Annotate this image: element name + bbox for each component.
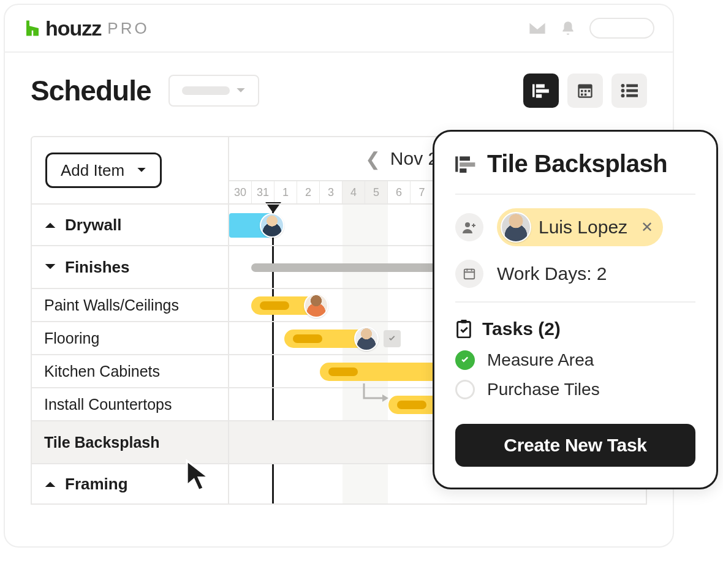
svg-rect-0 bbox=[532, 85, 535, 97]
task-label: Purchase Tiles bbox=[487, 380, 600, 399]
create-new-task-button[interactable]: Create New Task bbox=[455, 424, 695, 467]
day-cell: 6 bbox=[388, 181, 411, 203]
svg-rect-20 bbox=[460, 168, 466, 173]
assignee-avatar bbox=[501, 212, 531, 243]
svg-rect-24 bbox=[461, 320, 466, 323]
add-item-button[interactable]: Add Item bbox=[45, 153, 162, 188]
task-detail-panel: Tile Backsplash Luis Lopez ✕ Work Days: … bbox=[433, 130, 718, 489]
add-item-label: Add Item bbox=[61, 161, 124, 180]
work-days-row: Work Days: 2 bbox=[455, 260, 695, 288]
page-title: Schedule bbox=[31, 74, 151, 107]
task-checklist-icon[interactable] bbox=[384, 330, 401, 347]
task-label: Measure Area bbox=[487, 350, 594, 370]
task-row-kitchen-cabinets[interactable]: Kitchen Cabinets bbox=[32, 354, 228, 387]
svg-point-15 bbox=[621, 94, 625, 97]
gantt-icon bbox=[532, 83, 550, 98]
chevron-up-icon bbox=[44, 221, 56, 229]
day-cell: 3 bbox=[320, 181, 343, 203]
task-item[interactable]: Measure Area bbox=[455, 350, 695, 370]
gantt-icon bbox=[455, 156, 476, 173]
chevron-down-icon bbox=[44, 263, 56, 271]
task-item[interactable]: Purchase Tiles bbox=[455, 380, 695, 399]
day-cell: 7 bbox=[411, 181, 433, 203]
person-plus-icon bbox=[462, 221, 477, 234]
mail-icon[interactable] bbox=[528, 21, 547, 36]
work-days-label: Work Days: 2 bbox=[497, 263, 607, 284]
tasks-header-label: Tasks (2) bbox=[482, 318, 561, 339]
day-cell: 5 bbox=[365, 181, 388, 203]
group-label: Framing bbox=[65, 475, 128, 494]
top-actions bbox=[528, 18, 654, 39]
houzz-logo-icon bbox=[23, 19, 42, 37]
view-calendar-button[interactable] bbox=[567, 74, 603, 108]
day-cell: 2 bbox=[297, 181, 320, 203]
gantt-bar-finishes-summary[interactable] bbox=[251, 263, 447, 272]
tasks-header: Tasks (2) bbox=[455, 318, 695, 339]
view-toggle-group bbox=[523, 74, 647, 108]
gantt-header-left: Add Item bbox=[32, 137, 229, 203]
month-prev-button[interactable]: ❮ bbox=[362, 148, 384, 170]
group-row-drywall[interactable]: Drywall bbox=[32, 203, 228, 245]
bell-icon[interactable] bbox=[560, 19, 576, 37]
day-cell: 1 bbox=[274, 181, 297, 203]
assignee-row: Luis Lopez ✕ bbox=[455, 208, 695, 246]
task-checkbox-todo[interactable] bbox=[455, 380, 475, 399]
clipboard-icon bbox=[455, 320, 472, 338]
svg-rect-8 bbox=[588, 90, 591, 92]
day-cell: 30 bbox=[229, 181, 252, 203]
brand-word: houzz bbox=[45, 17, 101, 40]
remove-assignee-button[interactable]: ✕ bbox=[641, 219, 653, 236]
svg-point-21 bbox=[465, 222, 470, 227]
svg-rect-9 bbox=[581, 94, 583, 96]
dependency-arrow-icon bbox=[362, 383, 388, 408]
assignee-avatar[interactable] bbox=[304, 293, 328, 318]
svg-rect-18 bbox=[460, 156, 470, 160]
svg-rect-7 bbox=[585, 90, 587, 92]
assignee-avatar[interactable] bbox=[260, 213, 284, 238]
divider bbox=[455, 301, 695, 303]
svg-rect-1 bbox=[536, 85, 545, 88]
task-row-paint[interactable]: Paint Walls/Ceilings bbox=[32, 288, 228, 321]
svg-rect-3 bbox=[536, 94, 542, 98]
brand-pro: PRO bbox=[107, 19, 149, 38]
svg-rect-19 bbox=[460, 162, 475, 167]
svg-rect-12 bbox=[626, 85, 638, 88]
group-row-finishes[interactable]: Finishes bbox=[32, 245, 228, 288]
group-label: Finishes bbox=[65, 258, 129, 277]
list-icon bbox=[621, 83, 638, 98]
view-list-button[interactable] bbox=[611, 74, 647, 108]
assignee-chip[interactable]: Luis Lopez ✕ bbox=[497, 208, 663, 246]
task-row-flooring[interactable]: Flooring bbox=[32, 321, 228, 354]
calendar-icon bbox=[463, 267, 476, 281]
task-row-tile-backsplash[interactable]: Tile Backsplash bbox=[32, 420, 228, 463]
svg-rect-2 bbox=[536, 89, 549, 93]
task-checkbox-done[interactable] bbox=[455, 350, 475, 370]
svg-point-11 bbox=[621, 84, 625, 88]
svg-rect-17 bbox=[455, 156, 458, 172]
top-bar: houzz PRO bbox=[5, 5, 673, 53]
day-cell: 4 bbox=[343, 181, 365, 203]
chevron-down-icon bbox=[137, 167, 146, 174]
dropdown-placeholder bbox=[182, 86, 230, 95]
calendar-button[interactable] bbox=[455, 260, 483, 288]
add-assignee-button[interactable] bbox=[455, 213, 483, 241]
group-label: Drywall bbox=[65, 216, 122, 235]
chevron-up-icon bbox=[44, 480, 56, 488]
account-pill-button[interactable] bbox=[589, 18, 654, 39]
assignee-avatar[interactable] bbox=[354, 326, 379, 351]
svg-point-13 bbox=[621, 89, 625, 92]
divider bbox=[455, 194, 695, 195]
view-gantt-button[interactable] bbox=[523, 74, 559, 108]
mouse-cursor-icon bbox=[184, 459, 216, 494]
assignee-name: Luis Lopez bbox=[539, 217, 627, 238]
svg-rect-16 bbox=[626, 94, 638, 97]
svg-rect-14 bbox=[626, 89, 638, 92]
task-row-install-countertops[interactable]: Install Countertops bbox=[32, 387, 228, 420]
svg-rect-22 bbox=[464, 270, 475, 279]
title-row: Schedule bbox=[31, 74, 647, 108]
svg-rect-6 bbox=[581, 90, 583, 92]
panel-title: Tile Backsplash bbox=[487, 150, 667, 178]
chevron-down-icon bbox=[236, 87, 246, 94]
project-dropdown[interactable] bbox=[168, 75, 259, 107]
panel-title-row: Tile Backsplash bbox=[455, 150, 695, 178]
